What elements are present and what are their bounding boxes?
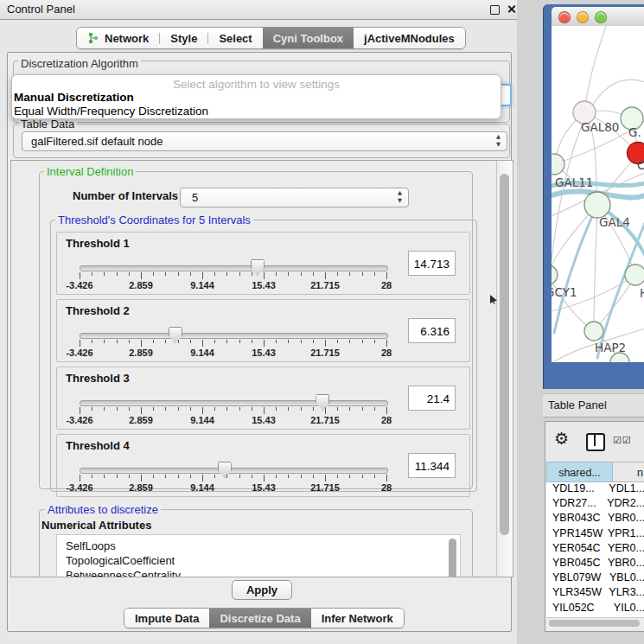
table-data-combobox[interactable]: galFiltered.sif default node ▲▼ xyxy=(22,131,507,151)
threshold-slider[interactable] xyxy=(80,468,388,474)
threshold-slider[interactable] xyxy=(80,265,388,271)
threshold-value-field[interactable]: 21.4 xyxy=(408,386,456,411)
tab-cyni-toolbox[interactable]: Cyni Toolbox xyxy=(263,28,354,48)
slider-tick xyxy=(165,272,166,276)
attribute-item[interactable]: BetweennessCentrality xyxy=(57,568,460,577)
float-window-icon[interactable] xyxy=(490,5,500,15)
tab-discretize-data[interactable]: Discretize Data xyxy=(209,609,310,628)
numerical-attributes-list[interactable]: SelfLoopsTopologicalCoefficientBetweenne… xyxy=(56,534,461,577)
table-row[interactable]: YBR045CYBR0... xyxy=(546,557,644,571)
network-node[interactable] xyxy=(625,265,644,285)
table-panel-title: Table Panel xyxy=(548,394,607,416)
attribute-item[interactable]: TopologicalCoefficient xyxy=(57,553,460,568)
slider-tick xyxy=(129,340,130,343)
slider-tick xyxy=(141,272,142,279)
apply-button[interactable]: Apply xyxy=(232,580,292,600)
slider-tick xyxy=(117,407,118,411)
slider-tick xyxy=(202,407,203,414)
slider-tick xyxy=(190,475,191,478)
cell-shared-name: YDL19... xyxy=(546,482,609,497)
algorithm-prompt-option[interactable]: Select algorithm to view settings xyxy=(12,78,501,91)
slider-handle[interactable] xyxy=(169,327,182,343)
table-row[interactable]: YPR145WYPR1... xyxy=(546,527,644,542)
table-row[interactable]: YBR043CYBR0... xyxy=(546,512,644,526)
slider-tick-label: 21.715 xyxy=(310,348,340,358)
network-node[interactable] xyxy=(552,265,558,284)
cell-shared-name: YBR043C xyxy=(546,512,608,526)
slider-handle[interactable] xyxy=(251,259,265,276)
slider-tick xyxy=(337,340,338,343)
network-node[interactable] xyxy=(584,192,610,218)
cell-name: YLR3... xyxy=(609,586,644,601)
number-of-intervals-value: 5 xyxy=(192,188,198,207)
cell-shared-name: YBR045C xyxy=(546,557,608,571)
network-node[interactable] xyxy=(584,322,603,341)
gear-icon[interactable]: ⚙ xyxy=(554,430,569,447)
close-traffic-light[interactable] xyxy=(558,11,571,23)
slider-tick-label: 15.43 xyxy=(252,482,276,493)
threshold-value-field[interactable]: 14.713 xyxy=(408,251,456,276)
slider-handle[interactable] xyxy=(316,394,329,411)
slider-tick xyxy=(190,272,191,276)
close-icon[interactable] xyxy=(507,4,516,14)
column-header-name[interactable]: n xyxy=(613,462,644,482)
horizontal-scrollbar[interactable] xyxy=(546,617,644,629)
slider-tick xyxy=(301,475,302,478)
screenshot-stage: Control Panel NetworkStyleSelectCyni Too… xyxy=(0,0,644,644)
zoom-traffic-light[interactable] xyxy=(595,11,607,23)
list-scrollbar-thumb[interactable] xyxy=(449,539,456,577)
tab-impute-data[interactable]: Impute Data xyxy=(124,609,209,628)
slider-tick xyxy=(153,407,154,411)
threshold-slider[interactable] xyxy=(80,400,388,406)
attribute-item[interactable]: SelfLoops xyxy=(57,539,460,553)
slider-tick-label: 2.859 xyxy=(129,415,153,425)
tab-network-label: Network xyxy=(105,32,149,45)
cell-name: YPR1... xyxy=(608,527,644,542)
slider-tick xyxy=(264,407,265,414)
table-data-label: Table Data xyxy=(18,118,77,131)
number-of-intervals-combobox[interactable]: 5 ▲▼ xyxy=(180,188,409,207)
algorithm-option-2[interactable]: Equal Width/Frequency Discretization xyxy=(14,105,208,118)
tab-infer-network[interactable]: Infer Network xyxy=(311,609,404,628)
slider-tick xyxy=(226,272,227,276)
threshold-title: Threshold 1 xyxy=(66,237,130,250)
network-node-label: GAL4 xyxy=(599,215,630,229)
slider-tick-label: 9.144 xyxy=(190,482,214,493)
table-row[interactable]: YIL052CYIL0... xyxy=(546,602,644,616)
panel-title: Control Panel xyxy=(7,0,75,19)
threshold-value-field[interactable]: 6.316 xyxy=(408,318,456,343)
bottom-tab-bar: Impute DataDiscretize DataInfer Network xyxy=(124,608,405,628)
slider-tick xyxy=(264,272,265,279)
threshold-value-field[interactable]: 11.344 xyxy=(408,453,456,478)
top-tab-bar: NetworkStyleSelectCyni ToolboxjActiveMNo… xyxy=(76,27,466,49)
table-body: YDL19...YDL1...YDR27...YDR2...YBR043CYBR… xyxy=(546,482,644,617)
slider-tick-label: -3.426 xyxy=(66,415,92,425)
slider-handle[interactable] xyxy=(218,462,232,478)
tab-style[interactable]: Style xyxy=(160,28,207,48)
slider-tick xyxy=(165,407,166,411)
slider-tick xyxy=(104,340,105,343)
tab-network[interactable]: Network xyxy=(77,28,159,48)
tab-jactivemnodules[interactable]: jActiveMNodules xyxy=(354,28,465,48)
slider-tick xyxy=(141,407,142,414)
vertical-scrollbar-thumb[interactable] xyxy=(500,174,509,535)
network-canvas[interactable]: GAL80G.CGAL11GAL4GCY1HHAP2 xyxy=(552,26,644,362)
table-row[interactable]: YDR27...YDR2... xyxy=(546,497,644,512)
table-row[interactable]: YDL19...YDL1... xyxy=(546,482,644,497)
tab-select[interactable]: Select xyxy=(208,28,262,48)
table-row[interactable]: YBL079WYBL0... xyxy=(546,571,644,586)
threshold-slider[interactable] xyxy=(80,333,388,339)
minimize-traffic-light[interactable] xyxy=(577,11,589,23)
checkboxes-icon[interactable]: ☑☑ xyxy=(613,435,632,446)
slider-tick xyxy=(386,407,387,414)
algorithm-dropdown-popup: Select algorithm to view settings Manual… xyxy=(11,74,501,119)
table-row[interactable]: YER054CYER0... xyxy=(546,542,644,557)
algorithm-option-1[interactable]: Manual Discretization xyxy=(14,91,134,104)
column-header-shared[interactable]: shared... xyxy=(546,462,613,482)
network-node-label: G. xyxy=(628,125,641,139)
vertical-scrollbar[interactable] xyxy=(496,161,513,577)
split-column-icon[interactable] xyxy=(586,433,605,451)
table-row[interactable]: YLR345WYLR3... xyxy=(546,586,644,601)
horizontal-scrollbar-thumb[interactable] xyxy=(549,620,640,627)
network-edge-thick xyxy=(597,223,644,358)
